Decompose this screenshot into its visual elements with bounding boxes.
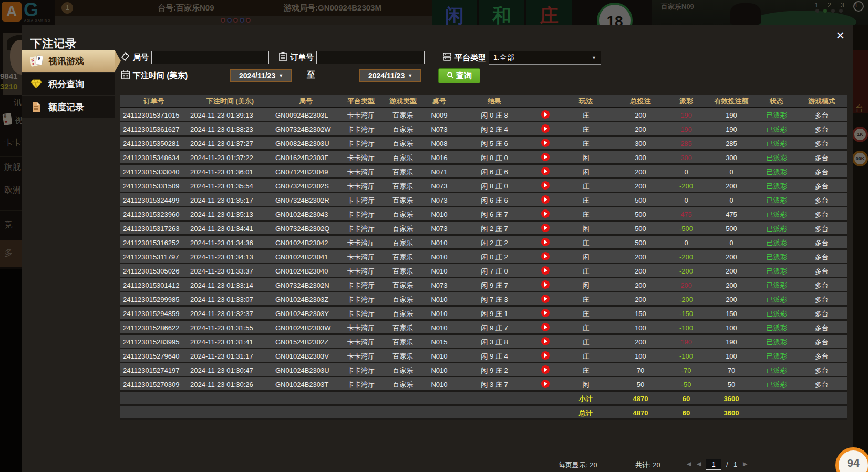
play-icon[interactable] xyxy=(541,153,550,161)
search-button-label: 查询 xyxy=(456,71,472,81)
date-to-picker[interactable]: 2024/11/23 ▼ xyxy=(359,69,421,82)
col-header: 桌号 xyxy=(423,95,455,107)
play-icon[interactable] xyxy=(541,195,550,204)
prev-page-icon[interactable]: ◀ xyxy=(697,460,701,467)
date-from-picker[interactable]: 2024/11/23 ▼ xyxy=(230,69,292,82)
cell-table-no: N015 xyxy=(423,335,455,348)
play-icon[interactable] xyxy=(541,365,550,374)
cell-order-id: 241123015270309 xyxy=(120,377,188,390)
video-table xyxy=(751,11,856,25)
play-icon[interactable] xyxy=(541,181,550,190)
lobby-nav-item[interactable]: 旗舰 xyxy=(0,162,22,173)
play-icon[interactable] xyxy=(541,124,550,133)
cell-game-type: 百家乐 xyxy=(383,377,423,390)
cell-game-mode: 多台 xyxy=(797,264,847,277)
lobby-nav-item[interactable]: 卡卡 xyxy=(0,138,22,149)
cell-round-id: GN01024B23042 xyxy=(272,236,339,248)
first-page-icon[interactable]: ◀ xyxy=(687,460,691,467)
cell-round-id: GN07324B2302W xyxy=(272,122,339,135)
cell-table-no: N010 xyxy=(423,307,455,319)
cell-valid-bet: 200 xyxy=(706,278,757,291)
page-number-input[interactable]: 1 xyxy=(706,459,721,470)
cell-bet-type: 闲 xyxy=(557,250,615,263)
cell-result: 闲 9 庄 2 xyxy=(455,363,534,376)
cell-bet-time: 2024-11-23 01:35:13 xyxy=(188,207,272,220)
cell-replay xyxy=(534,363,557,376)
play-icon[interactable] xyxy=(541,295,550,303)
order-id-input[interactable] xyxy=(316,51,425,64)
road-dot xyxy=(246,18,251,23)
cell-status: 已派彩 xyxy=(757,335,797,348)
lobby-text: 视 xyxy=(15,116,23,125)
play-icon[interactable] xyxy=(541,266,550,275)
play-icon[interactable] xyxy=(541,110,550,119)
cell-status: 已派彩 xyxy=(757,207,797,220)
cell-payout: 0 xyxy=(666,193,706,206)
cell-bet-type: 闲 xyxy=(557,377,615,390)
lobby-nav-item-active[interactable]: 多 xyxy=(0,248,22,259)
lobby-nav-item[interactable]: 欧洲 xyxy=(0,185,22,196)
cell-platform: 卡卡湾厅 xyxy=(339,377,383,390)
table-row: 241123015301412 2024-11-23 01:33:14 GN07… xyxy=(120,278,847,292)
cell-payout: -200 xyxy=(666,250,706,263)
tab-video-games[interactable]: K ♥ 9 视讯游戏 xyxy=(22,50,115,72)
cell-order-id: 241123015283995 xyxy=(120,335,188,348)
bet-tile-banker[interactable]: 庄 xyxy=(526,0,572,25)
chip-100k-icon[interactable]: 00K xyxy=(852,151,868,166)
play-icon[interactable] xyxy=(541,280,550,289)
road-dot xyxy=(233,18,238,23)
cell-game-type: 百家乐 xyxy=(383,137,423,149)
next-page-icon[interactable]: ▶ xyxy=(743,460,747,467)
play-icon[interactable] xyxy=(541,380,550,388)
search-button[interactable]: 查询 xyxy=(438,68,480,83)
balance-value: 9841 xyxy=(0,71,17,80)
cell-status: 已派彩 xyxy=(757,250,797,263)
bet-tile-tie[interactable]: 和 xyxy=(479,0,524,25)
cell-round-id: GN07324B2302N xyxy=(272,278,339,291)
cell-bet-time: 2024-11-23 01:34:13 xyxy=(188,250,272,263)
table-row: 241123015348634 2024-11-23 01:37:22 GN01… xyxy=(120,151,847,165)
play-icon[interactable] xyxy=(541,323,550,331)
lobby-nav-item[interactable]: 竞 xyxy=(0,219,22,230)
cell-order-id: 241123015305026 xyxy=(120,264,188,277)
cell-order-id: 241123015350281 xyxy=(120,137,188,149)
play-icon[interactable] xyxy=(541,224,550,232)
play-icon[interactable] xyxy=(541,337,550,345)
cell-payout: -100 xyxy=(666,321,706,333)
tab-credit-records[interactable]: 额度记录 xyxy=(22,96,115,118)
chevron-down-icon: ▼ xyxy=(278,73,283,78)
road-dot xyxy=(227,18,232,23)
cell-result: 闲 7 庄 3 xyxy=(455,292,534,305)
play-icon[interactable] xyxy=(541,238,550,246)
cell-game-mode: 多台 xyxy=(797,222,847,234)
cell-valid-bet: 190 xyxy=(706,335,757,348)
cell-round-id: GN01024B23041 xyxy=(272,250,339,263)
cell-game-type: 百家乐 xyxy=(383,151,423,163)
cell-bet-time: 2024-11-23 01:31:55 xyxy=(188,321,272,333)
cell-order-id: 241123015301412 xyxy=(120,278,188,291)
cell-round-id: GN07324B2302S xyxy=(272,179,339,192)
bet-tile-player[interactable]: 闲 xyxy=(432,0,477,25)
cell-game-mode: 多台 xyxy=(797,122,847,135)
play-icon[interactable] xyxy=(541,139,550,147)
cell-payout: 190 xyxy=(666,122,706,135)
cell-platform: 卡卡湾厅 xyxy=(339,349,383,362)
play-icon[interactable] xyxy=(541,209,550,218)
platform-type-select[interactable]: 1.全部 ▼ xyxy=(489,51,601,65)
play-icon[interactable] xyxy=(541,252,550,260)
chip-1k-icon[interactable]: 1K xyxy=(852,127,868,142)
cell-platform: 卡卡湾厅 xyxy=(339,264,383,277)
total-pages: 1 xyxy=(733,460,737,468)
cell-replay xyxy=(534,377,557,390)
cell-result: 闲 2 庄 2 xyxy=(455,236,534,248)
table-body: 241123015371015 2024-11-23 01:39:13 GN00… xyxy=(120,108,847,392)
round-id-input[interactable] xyxy=(151,51,269,64)
cell-total-wager: 50 xyxy=(615,377,666,390)
play-icon[interactable] xyxy=(541,309,550,317)
close-icon[interactable]: ✕ xyxy=(835,29,845,42)
playing-cards-icon: K ♥ 9 xyxy=(29,54,43,68)
tab-points-query[interactable]: 积分查询 xyxy=(22,73,115,95)
play-icon[interactable] xyxy=(541,167,550,175)
play-icon[interactable] xyxy=(541,351,550,360)
cell-total-wager: 100 xyxy=(615,321,666,333)
